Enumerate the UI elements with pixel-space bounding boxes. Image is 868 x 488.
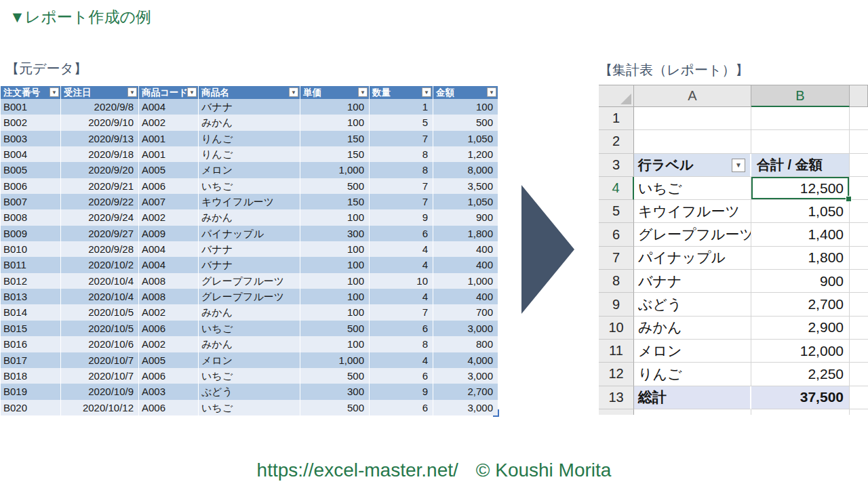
src-cell-r19-c5[interactable]: 300 [300,384,370,399]
src-cell-r18-c6[interactable]: 6 [370,368,433,384]
src-cell-r1-c3[interactable]: A004 [139,99,199,115]
pivot-cell-A6[interactable]: グレープフルーツ [634,223,751,246]
pivot-cell-B8[interactable]: 900 [751,270,850,293]
pivot-cell-B11[interactable]: 12,000 [751,340,850,363]
src-cell-r11-c2[interactable]: 2020/10/2 [61,257,139,272]
src-cell-r19-c3[interactable]: A003 [139,384,199,399]
src-cell-r11-c4[interactable]: バナナ [199,257,300,272]
src-cell-r10-c7[interactable]: 400 [433,241,498,257]
src-cell-r13-c4[interactable]: グレープフルーツ [199,289,300,304]
src-cell-r18-c5[interactable]: 500 [300,368,370,384]
src-cell-r1-c2[interactable]: 2020/9/8 [61,99,139,115]
src-cell-r10-c2[interactable]: 2020/9/28 [61,241,139,257]
src-cell-r5-c1[interactable]: B005 [1,162,61,178]
src-cell-r6-c3[interactable]: A006 [139,178,199,194]
pivot-cell-B12[interactable]: 2,250 [751,363,850,386]
src-cell-r7-c6[interactable]: 7 [370,194,433,209]
pivot-cell-A11[interactable]: メロン [634,340,751,363]
src-cell-r12-c2[interactable]: 2020/10/4 [61,273,139,289]
src-cell-r16-c7[interactable]: 800 [433,336,498,352]
pivot-cell-B7[interactable]: 1,800 [751,247,850,270]
src-cell-r9-c4[interactable]: パイナップル [199,226,300,241]
src-cell-r17-c4[interactable]: メロン [199,352,300,368]
src-cell-r10-c6[interactable]: 4 [370,241,433,257]
src-cell-r4-c1[interactable]: B004 [1,146,61,162]
src-cell-r16-c5[interactable]: 100 [300,336,370,352]
column-header-B[interactable]: B [751,85,850,107]
src-cell-r9-c6[interactable]: 6 [370,226,433,241]
pivot-cell-B3[interactable]: 合計 / 金額 [751,154,850,177]
row-number-10[interactable]: 10 [599,317,634,340]
pivot-cell-A13[interactable]: 総計 [634,386,751,409]
src-cell-r17-c7[interactable]: 4,000 [433,352,498,368]
src-cell-r2-c2[interactable]: 2020/9/10 [61,115,139,130]
src-cell-r2-c7[interactable]: 500 [433,115,498,130]
src-cell-r17-c5[interactable]: 1,000 [300,352,370,368]
src-cell-r2-c1[interactable]: B002 [1,115,61,130]
src-cell-r2-c4[interactable]: みかん [199,115,300,130]
column-header-A[interactable]: A [634,85,751,107]
src-cell-r14-c5[interactable]: 100 [300,304,370,320]
src-cell-r9-c1[interactable]: B009 [1,226,61,241]
pivot-cell-C10[interactable] [850,317,868,340]
src-cell-r17-c3[interactable]: A005 [139,352,199,368]
pivot-cell-C2[interactable] [850,130,868,153]
src-cell-r2-c5[interactable]: 100 [300,115,370,130]
src-cell-r15-c6[interactable]: 6 [370,321,433,336]
src-cell-r20-c7[interactable]: 3,000 [433,400,498,415]
row-label-filter-icon[interactable]: ▼ [732,159,745,172]
src-cell-r5-c4[interactable]: メロン [199,162,300,178]
pivot-cell-A10[interactable]: みかん [634,317,751,340]
src-cell-r1-c6[interactable]: 1 [370,99,433,115]
pivot-cell-C8[interactable] [850,270,868,293]
pivot-cell-B1[interactable] [751,107,850,130]
pivot-cell-C7[interactable] [850,247,868,270]
src-cell-r14-c7[interactable]: 700 [433,304,498,320]
src-cell-r3-c4[interactable]: りんご [199,131,300,146]
src-cell-r6-c4[interactable]: いちご [199,178,300,194]
src-cell-r18-c1[interactable]: B018 [1,368,61,384]
src-cell-r5-c2[interactable]: 2020/9/20 [61,162,139,178]
src-cell-r14-c6[interactable]: 7 [370,304,433,320]
src-cell-r13-c6[interactable]: 4 [370,289,433,304]
row-number-3[interactable]: 3 [599,154,634,177]
filter-dropdown-icon[interactable]: ▼ [187,87,197,97]
src-cell-r9-c3[interactable]: A009 [139,226,199,241]
pivot-cell-A8[interactable]: バナナ [634,270,751,293]
row-number-6[interactable]: 6 [599,223,634,246]
src-cell-r7-c7[interactable]: 1,050 [433,194,498,209]
filter-dropdown-icon[interactable]: ▼ [422,87,431,97]
filter-dropdown-icon[interactable]: ▼ [487,87,496,97]
src-cell-r4-c2[interactable]: 2020/9/18 [61,146,139,162]
src-cell-r16-c4[interactable]: みかん [199,336,300,352]
pivot-cell-A5[interactable]: キウイフルーツ [634,200,751,223]
src-cell-r9-c5[interactable]: 300 [300,226,370,241]
pivot-cell-A12[interactable]: りんご [634,363,751,386]
src-cell-r16-c3[interactable]: A002 [139,336,199,352]
pivot-cell-B5[interactable]: 1,050 [751,200,850,223]
src-cell-r17-c1[interactable]: B017 [1,352,61,368]
pivot-cell-C5[interactable] [850,200,868,223]
src-cell-r2-c6[interactable]: 5 [370,115,433,130]
src-cell-r10-c1[interactable]: B010 [1,241,61,257]
src-cell-r5-c5[interactable]: 1,000 [300,162,370,178]
src-cell-r9-c7[interactable]: 1,800 [433,226,498,241]
pivot-cell-B10[interactable]: 2,900 [751,317,850,340]
src-cell-r5-c6[interactable]: 8 [370,162,433,178]
src-cell-r9-c2[interactable]: 2020/9/27 [61,226,139,241]
src-cell-r7-c2[interactable]: 2020/9/22 [61,194,139,209]
src-cell-r8-c3[interactable]: A002 [139,209,199,225]
row-number-9[interactable]: 9 [599,293,634,316]
src-cell-r13-c5[interactable]: 100 [300,289,370,304]
src-cell-r4-c4[interactable]: りんご [199,146,300,162]
pivot-cell-B13[interactable]: 37,500 [751,386,850,409]
src-cell-r19-c7[interactable]: 2,700 [433,384,498,399]
src-cell-r10-c4[interactable]: バナナ [199,241,300,257]
src-cell-r6-c2[interactable]: 2020/9/21 [61,178,139,194]
src-cell-r12-c4[interactable]: グレープフルーツ [199,273,300,289]
src-cell-r20-c4[interactable]: いちご [199,400,300,415]
src-cell-r12-c6[interactable]: 10 [370,273,433,289]
row-number-12[interactable]: 12 [599,363,634,386]
src-cell-r19-c2[interactable]: 2020/10/9 [61,384,139,399]
src-cell-r19-c1[interactable]: B019 [1,384,61,399]
